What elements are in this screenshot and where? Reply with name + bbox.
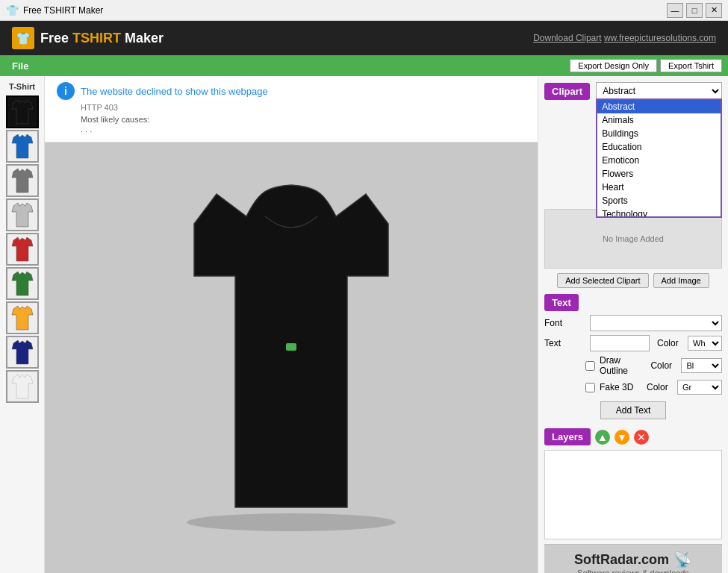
text-section: Text Font Text Color Wh Bl Re Gr (544, 294, 722, 422)
title-bar-controls: — □ ✕ (667, 3, 722, 18)
info-icon: i (57, 82, 75, 100)
outline-color-label: Color (650, 360, 676, 371)
layers-section-header: Layers (544, 428, 591, 445)
menu-buttons: Export Design Only Export Tshirt (570, 59, 722, 72)
no-image-placeholder: No Image Added (544, 209, 722, 269)
no-image-text: No Image Added (603, 234, 664, 243)
info-causes: Most likely causes: (81, 115, 526, 124)
clipart-section: Clipart Abstract Animals Buildings Educa… (544, 82, 722, 288)
layer-down-icon: ▼ (617, 431, 627, 443)
tshirt-svg (149, 179, 433, 537)
watermark-main: SoftRadar.com (574, 552, 669, 568)
dropdown-item-education[interactable]: Education (597, 140, 721, 154)
logo-tshirt: TSHIRT (72, 31, 121, 46)
tshirt-color-red[interactable] (6, 233, 39, 266)
dropdown-item-animals[interactable]: Animals (597, 113, 721, 127)
canvas-area (45, 143, 538, 573)
fake3d-label: Fake 3D (600, 382, 633, 392)
dropdown-item-emoticon[interactable]: Emoticon (597, 154, 721, 167)
clipart-dropdown-container: Abstract Animals Buildings Education Emo… (596, 82, 722, 100)
svg-point-0 (187, 513, 396, 531)
layers-content (544, 450, 722, 539)
fake3d-color-label: Color (647, 382, 673, 392)
draw-outline-label: Draw Outline (600, 355, 646, 376)
right-panel: Clipart Abstract Animals Buildings Educa… (538, 76, 728, 573)
logo-icon: 👕 (12, 27, 34, 49)
layers-header-row: Layers ▲ ▼ ✕ (544, 428, 722, 445)
maximize-button[interactable]: □ (686, 3, 703, 18)
header-site-url: ww.freepicturesolutions.com (604, 33, 716, 43)
clipart-section-header: Clipart (544, 83, 590, 100)
text-section-header: Text (544, 294, 579, 311)
draw-outline-checkbox[interactable] (585, 361, 595, 371)
outline-row: Draw Outline Color Bl Wh Re (544, 355, 722, 376)
logo-maker: Maker (121, 31, 164, 46)
fake3d-checkbox[interactable] (585, 383, 595, 392)
clipart-dropdown-list: Abstract Animals Buildings Education Emo… (596, 98, 722, 218)
font-dropdown[interactable] (590, 315, 722, 331)
font-row: Font (544, 315, 722, 331)
close-button[interactable]: ✕ (706, 3, 722, 18)
app-icon: 👕 (6, 4, 19, 16)
clipart-category-dropdown[interactable]: Abstract Animals Buildings Education Emo… (596, 82, 722, 100)
layer-up-icon: ▲ (597, 431, 608, 443)
tshirt-color-silver[interactable] (6, 198, 39, 231)
info-extra: · · · (81, 127, 526, 136)
tshirt-sidebar-label: T-Shirt (9, 82, 35, 91)
text-color-label: Color (657, 338, 683, 348)
layer-up-button[interactable]: ▲ (595, 430, 610, 445)
title-bar: 👕 Free TSHIRT Maker — □ ✕ (0, 0, 728, 21)
watermark-sub: Software reviews & downloads (553, 569, 713, 573)
app-header: 👕 Free TSHIRT Maker Download Clipart ww.… (0, 21, 728, 55)
outline-color-dropdown[interactable]: Bl Wh Re (681, 358, 722, 373)
logo-free: Free (40, 31, 72, 46)
export-design-button[interactable]: Export Design Only (570, 59, 657, 72)
layer-delete-button[interactable]: ✕ (634, 430, 649, 445)
font-label: Font (544, 318, 585, 328)
info-bar: i The website declined to show this webp… (45, 76, 538, 143)
minimize-button[interactable]: — (667, 3, 683, 18)
dropdown-item-buildings[interactable]: Buildings (597, 127, 721, 140)
dropdown-item-flowers[interactable]: Flowers (597, 167, 721, 181)
dropdown-item-sports[interactable]: Sports (597, 194, 721, 207)
tshirt-color-blue[interactable] (6, 130, 39, 163)
menu-bar: File Export Design Only Export Tshirt (0, 55, 728, 76)
tshirt-color-white[interactable] (6, 370, 39, 403)
canvas-wrapper: i The website declined to show this webp… (45, 76, 538, 573)
title-bar-text: Free TSHIRT Maker (23, 5, 103, 16)
title-bar-left: 👕 Free TSHIRT Maker (6, 4, 103, 16)
layer-delete-icon: ✕ (637, 431, 646, 443)
satellite-icon: 📡 (673, 551, 692, 569)
tshirt-color-black[interactable] (6, 96, 39, 128)
tshirt-sidebar: T-Shirt (0, 76, 45, 573)
add-text-button[interactable]: Add Text (600, 401, 666, 419)
fake3d-row: Fake 3D Color Gr Bl Wh (544, 380, 722, 395)
http-status: HTTP 403 (81, 103, 526, 112)
text-color-dropdown[interactable]: Wh Bl Re Gr (688, 336, 722, 351)
header-link-area: Download Clipart ww.freepicturesolutions… (533, 33, 716, 43)
dropdown-item-heart[interactable]: Heart (597, 181, 721, 194)
tshirt-display (149, 179, 433, 537)
clipart-image-area: No Image Added (544, 209, 722, 269)
logo-text: Free TSHIRT Maker (40, 31, 164, 46)
tshirt-color-yellow[interactable] (6, 301, 39, 334)
add-image-button[interactable]: Add Image (653, 273, 709, 288)
text-label: Text (544, 338, 585, 348)
layer-down-button[interactable]: ▼ (615, 430, 629, 445)
app-logo: 👕 Free TSHIRT Maker (12, 27, 164, 49)
clipart-btn-row: Add Selected Clipart Add Image (544, 273, 722, 288)
file-menu[interactable]: File (6, 59, 34, 73)
text-input[interactable] (590, 335, 650, 351)
layers-section: Layers ▲ ▼ ✕ SoftRadar.com 📡 (544, 428, 722, 573)
dropdown-item-abstract[interactable]: Abstract (597, 100, 721, 113)
export-tshirt-button[interactable]: Export Tshirt (660, 59, 722, 72)
dropdown-item-technology[interactable]: Technology (597, 207, 721, 218)
info-message: The website declined to show this webpag… (81, 86, 268, 97)
tshirt-color-gray[interactable] (6, 164, 39, 197)
tshirt-color-navy[interactable] (6, 336, 39, 369)
tshirt-color-green[interactable] (6, 267, 39, 300)
download-clipart-link[interactable]: Download Clipart (533, 33, 601, 43)
add-clipart-button[interactable]: Add Selected Clipart (557, 273, 648, 288)
fake3d-color-dropdown[interactable]: Gr Bl Wh (677, 380, 722, 395)
info-row: i The website declined to show this webp… (57, 82, 526, 100)
